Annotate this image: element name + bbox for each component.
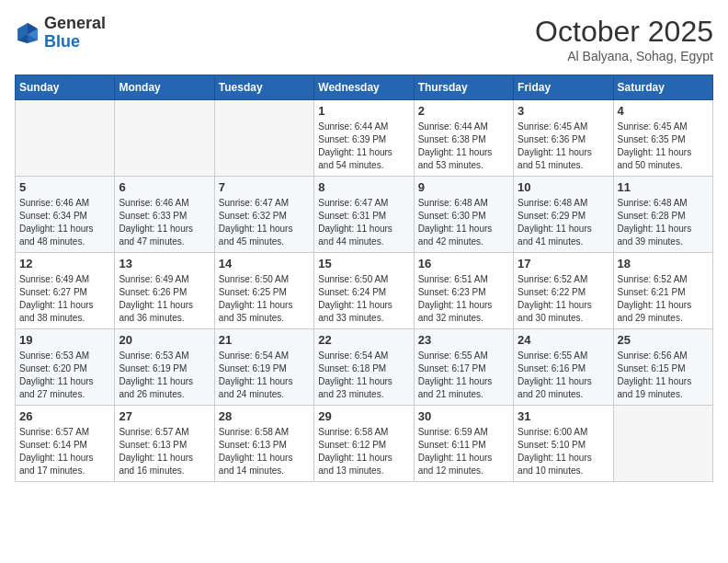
calendar-cell: 2Sunrise: 6:44 AMSunset: 6:38 PMDaylight… [414, 100, 513, 177]
calendar-cell: 26Sunrise: 6:57 AMSunset: 6:14 PMDayligh… [16, 406, 115, 482]
calendar-cell: 27Sunrise: 6:57 AMSunset: 6:13 PMDayligh… [115, 406, 214, 482]
calendar-cell: 16Sunrise: 6:51 AMSunset: 6:23 PMDayligh… [414, 253, 513, 329]
page-header: General Blue October 2025 Al Balyana, So… [15, 15, 713, 63]
month-title: October 2025 [535, 15, 713, 49]
day-number: 27 [119, 409, 210, 423]
header-day-tuesday: Tuesday [214, 75, 313, 100]
day-info: Sunrise: 6:45 AMSunset: 6:35 PMDaylight:… [618, 121, 709, 172]
day-number: 14 [219, 257, 310, 270]
calendar-cell: 4Sunrise: 6:45 AMSunset: 6:35 PMDaylight… [613, 100, 712, 177]
calendar-cell: 20Sunrise: 6:53 AMSunset: 6:19 PMDayligh… [115, 329, 214, 406]
day-number: 7 [219, 180, 310, 194]
day-info: Sunrise: 6:48 AMSunset: 6:29 PMDaylight:… [518, 197, 609, 248]
day-info: Sunrise: 6:49 AMSunset: 6:26 PMDaylight:… [119, 273, 210, 325]
week-row-1: 1Sunrise: 6:44 AMSunset: 6:39 PMDaylight… [16, 100, 713, 177]
calendar-cell: 15Sunrise: 6:50 AMSunset: 6:24 PMDayligh… [314, 253, 414, 329]
calendar-cell: 10Sunrise: 6:48 AMSunset: 6:29 PMDayligh… [514, 177, 613, 253]
day-number: 25 [618, 333, 709, 347]
calendar-cell: 19Sunrise: 6:53 AMSunset: 6:20 PMDayligh… [16, 329, 115, 406]
day-number: 4 [618, 104, 709, 118]
calendar-cell: 7Sunrise: 6:47 AMSunset: 6:32 PMDaylight… [214, 177, 313, 253]
day-info: Sunrise: 6:58 AMSunset: 6:13 PMDaylight:… [219, 426, 310, 477]
day-info: Sunrise: 6:50 AMSunset: 6:24 PMDaylight:… [318, 273, 409, 325]
calendar-table: SundayMondayTuesdayWednesdayThursdayFrid… [15, 75, 713, 482]
day-info: Sunrise: 6:55 AMSunset: 6:16 PMDaylight:… [518, 350, 609, 401]
day-number: 10 [518, 180, 609, 194]
day-info: Sunrise: 6:49 AMSunset: 6:27 PMDaylight:… [19, 273, 110, 325]
calendar-cell: 11Sunrise: 6:48 AMSunset: 6:28 PMDayligh… [613, 177, 712, 253]
day-info: Sunrise: 6:57 AMSunset: 6:14 PMDaylight:… [19, 426, 110, 477]
day-number: 15 [318, 257, 409, 270]
day-number: 31 [518, 409, 609, 423]
day-info: Sunrise: 6:46 AMSunset: 6:33 PMDaylight:… [119, 197, 210, 248]
calendar-cell: 18Sunrise: 6:52 AMSunset: 6:21 PMDayligh… [613, 253, 712, 329]
day-info: Sunrise: 6:52 AMSunset: 6:21 PMDaylight:… [618, 273, 709, 325]
day-info: Sunrise: 6:50 AMSunset: 6:25 PMDaylight:… [219, 273, 310, 325]
day-number: 20 [119, 333, 210, 347]
day-number: 8 [318, 180, 409, 194]
calendar-cell: 1Sunrise: 6:44 AMSunset: 6:39 PMDaylight… [314, 100, 414, 177]
header-day-thursday: Thursday [414, 75, 513, 100]
calendar-cell [214, 100, 313, 177]
header-day-monday: Monday [115, 75, 214, 100]
calendar-cell: 5Sunrise: 6:46 AMSunset: 6:34 PMDaylight… [16, 177, 115, 253]
day-info: Sunrise: 6:56 AMSunset: 6:15 PMDaylight:… [618, 350, 709, 401]
day-info: Sunrise: 6:54 AMSunset: 6:18 PMDaylight:… [318, 350, 409, 401]
calendar-cell: 17Sunrise: 6:52 AMSunset: 6:22 PMDayligh… [514, 253, 613, 329]
day-number: 19 [19, 333, 110, 347]
calendar-cell: 25Sunrise: 6:56 AMSunset: 6:15 PMDayligh… [613, 329, 712, 406]
day-info: Sunrise: 6:44 AMSunset: 6:38 PMDaylight:… [418, 121, 509, 172]
day-number: 26 [19, 409, 110, 423]
title-block: October 2025 Al Balyana, Sohag, Egypt [535, 15, 713, 63]
day-number: 18 [618, 257, 709, 270]
calendar-cell [613, 406, 712, 482]
day-number: 28 [219, 409, 310, 423]
day-number: 21 [219, 333, 310, 347]
calendar-cell: 14Sunrise: 6:50 AMSunset: 6:25 PMDayligh… [214, 253, 313, 329]
day-info: Sunrise: 6:59 AMSunset: 6:11 PMDaylight:… [418, 426, 509, 477]
calendar-cell: 29Sunrise: 6:58 AMSunset: 6:12 PMDayligh… [314, 406, 414, 482]
day-info: Sunrise: 6:51 AMSunset: 6:23 PMDaylight:… [418, 273, 509, 325]
header-row: SundayMondayTuesdayWednesdayThursdayFrid… [16, 75, 713, 100]
calendar-cell: 8Sunrise: 6:47 AMSunset: 6:31 PMDaylight… [314, 177, 414, 253]
day-info: Sunrise: 6:52 AMSunset: 6:22 PMDaylight:… [518, 273, 609, 325]
day-number: 22 [318, 333, 409, 347]
calendar-cell [16, 100, 115, 177]
day-number: 5 [19, 180, 110, 194]
day-number: 13 [119, 257, 210, 270]
week-row-3: 12Sunrise: 6:49 AMSunset: 6:27 PMDayligh… [16, 253, 713, 329]
calendar-cell: 31Sunrise: 6:00 AMSunset: 5:10 PMDayligh… [514, 406, 613, 482]
week-row-4: 19Sunrise: 6:53 AMSunset: 6:20 PMDayligh… [16, 329, 713, 406]
day-number: 3 [518, 104, 609, 118]
week-row-5: 26Sunrise: 6:57 AMSunset: 6:14 PMDayligh… [16, 406, 713, 482]
calendar-cell: 6Sunrise: 6:46 AMSunset: 6:33 PMDaylight… [115, 177, 214, 253]
day-number: 24 [518, 333, 609, 347]
calendar-cell: 12Sunrise: 6:49 AMSunset: 6:27 PMDayligh… [16, 253, 115, 329]
calendar-cell: 28Sunrise: 6:58 AMSunset: 6:13 PMDayligh… [214, 406, 313, 482]
day-info: Sunrise: 6:47 AMSunset: 6:31 PMDaylight:… [318, 197, 409, 248]
day-info: Sunrise: 6:53 AMSunset: 6:20 PMDaylight:… [19, 350, 110, 401]
day-info: Sunrise: 6:58 AMSunset: 6:12 PMDaylight:… [318, 426, 409, 477]
day-info: Sunrise: 6:48 AMSunset: 6:30 PMDaylight:… [418, 197, 509, 248]
header-day-friday: Friday [514, 75, 613, 100]
calendar-cell: 3Sunrise: 6:45 AMSunset: 6:36 PMDaylight… [514, 100, 613, 177]
day-info: Sunrise: 6:53 AMSunset: 6:19 PMDaylight:… [119, 350, 210, 401]
day-info: Sunrise: 6:57 AMSunset: 6:13 PMDaylight:… [119, 426, 210, 477]
logo-text: General Blue [44, 15, 106, 52]
day-number: 2 [418, 104, 509, 118]
logo-icon [15, 20, 40, 46]
calendar-cell: 22Sunrise: 6:54 AMSunset: 6:18 PMDayligh… [314, 329, 414, 406]
header-day-saturday: Saturday [613, 75, 712, 100]
day-number: 12 [19, 257, 110, 270]
logo: General Blue [15, 15, 106, 52]
day-info: Sunrise: 6:55 AMSunset: 6:17 PMDaylight:… [418, 350, 509, 401]
day-number: 1 [318, 104, 409, 118]
calendar-cell: 23Sunrise: 6:55 AMSunset: 6:17 PMDayligh… [414, 329, 513, 406]
day-number: 6 [119, 180, 210, 194]
calendar-cell: 24Sunrise: 6:55 AMSunset: 6:16 PMDayligh… [514, 329, 613, 406]
header-day-sunday: Sunday [16, 75, 115, 100]
calendar-cell: 13Sunrise: 6:49 AMSunset: 6:26 PMDayligh… [115, 253, 214, 329]
day-number: 29 [318, 409, 409, 423]
day-info: Sunrise: 6:46 AMSunset: 6:34 PMDaylight:… [19, 197, 110, 248]
day-number: 23 [418, 333, 509, 347]
